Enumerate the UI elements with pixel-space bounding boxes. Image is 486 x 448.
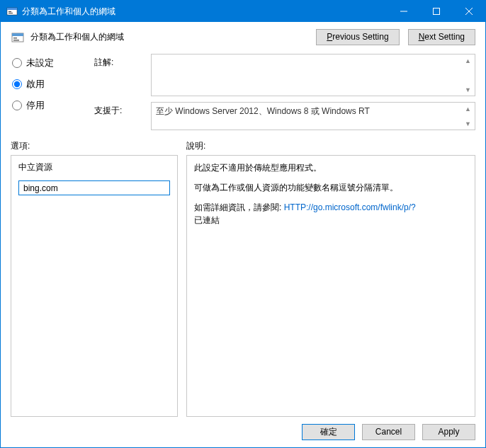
help-text-3-post: 已連結 — [194, 215, 220, 225]
svg-rect-10 — [13, 38, 17, 39]
svg-rect-1 — [7, 8, 17, 10]
svg-rect-5 — [434, 8, 440, 15]
supported-value: 至少 Windows Server 2012、Windows 8 或 Windo… — [156, 106, 370, 116]
window-controls — [388, 1, 485, 22]
mid-labels: 選項: 說明: — [11, 140, 475, 152]
app-icon — [6, 6, 18, 17]
close-button[interactable] — [453, 1, 485, 22]
scroll-down-icon[interactable]: ▼ — [463, 118, 473, 129]
svg-rect-11 — [13, 40, 19, 41]
window-title: 分類為工作和個人的網域 — [22, 6, 388, 18]
maximize-button[interactable] — [420, 1, 453, 22]
comment-label: 註解: — [94, 54, 151, 96]
svg-rect-9 — [12, 33, 23, 36]
help-panel: 此設定不適用於傳統型應用程式。 可做為工作或個人資源的功能變數名稱逗號分隔清單。… — [186, 155, 475, 417]
comment-row: 註解: ▲ ▼ — [94, 54, 475, 96]
help-text-2: 可做為工作或個人資源的功能變數名稱逗號分隔清單。 — [194, 181, 468, 194]
options-section-label: 選項: — [11, 140, 186, 152]
policy-title: 分類為工作和個人的網域 — [30, 31, 316, 43]
svg-rect-2 — [9, 11, 11, 12]
policy-icon — [11, 30, 25, 45]
next-setting-button[interactable]: Next Setting — [408, 29, 475, 45]
scroll-up-icon[interactable]: ▲ — [463, 55, 473, 66]
nav-buttons: Previous Setting Next Setting — [316, 29, 475, 45]
radio-not-configured-input[interactable] — [12, 58, 22, 68]
cancel-button[interactable]: Cancel — [362, 424, 415, 440]
footer-buttons: 確定 Cancel Apply — [1, 417, 485, 447]
help-section-label: 說明: — [186, 140, 205, 152]
help-text-3: 如需詳細資訊，請參閱: HTTP://go.microsoft.com/fwli… — [194, 201, 468, 226]
state-options: 未設定 啟用 停用 — [11, 54, 94, 136]
scroll-down-icon[interactable]: ▼ — [463, 84, 473, 95]
fields-column: 註解: ▲ ▼ 支援于: 至少 Windows Server 2012、Wind… — [94, 54, 475, 136]
radio-enabled-input[interactable] — [12, 79, 22, 89]
radio-enabled[interactable]: 啟用 — [12, 78, 94, 91]
supported-textarea: 至少 Windows Server 2012、Windows 8 或 Windo… — [151, 102, 475, 130]
apply-button[interactable]: Apply — [422, 424, 475, 440]
radio-disabled[interactable]: 停用 — [12, 99, 94, 112]
svg-rect-3 — [9, 13, 13, 13]
settings-row: 未設定 啟用 停用 註解: ▲ ▼ — [11, 54, 475, 136]
scroll-up-icon[interactable]: ▲ — [463, 103, 473, 114]
options-heading: 中立資源 — [18, 161, 170, 173]
comment-textarea[interactable]: ▲ ▼ — [151, 54, 475, 96]
options-panel: 中立資源 — [11, 155, 178, 417]
radio-enabled-label: 啟用 — [26, 78, 45, 91]
neutral-resources-input[interactable] — [18, 180, 170, 195]
supported-row: 支援于: 至少 Windows Server 2012、Windows 8 或 … — [94, 102, 475, 130]
header-row: 分類為工作和個人的網域 Previous Setting Next Settin… — [11, 29, 475, 45]
supported-label: 支援于: — [94, 102, 151, 130]
help-link[interactable]: HTTP://go.microsoft.com/fwlink/p/? — [284, 202, 416, 212]
radio-not-configured[interactable]: 未設定 — [12, 57, 94, 69]
help-text-3-pre: 如需詳細資訊，請參閱: — [194, 202, 284, 212]
radio-disabled-label: 停用 — [26, 99, 45, 112]
radio-disabled-input[interactable] — [12, 100, 22, 110]
help-text-1: 此設定不適用於傳統型應用程式。 — [194, 161, 468, 174]
titlebar[interactable]: 分類為工作和個人的網域 — [1, 1, 485, 22]
previous-setting-button[interactable]: Previous Setting — [316, 29, 399, 45]
dialog-window: 分類為工作和個人的網域 分類為工作和個人的網域 Previous Setting… — [0, 0, 486, 448]
minimize-button[interactable] — [388, 1, 420, 22]
panels-row: 中立資源 此設定不適用於傳統型應用程式。 可做為工作或個人資源的功能變數名稱逗號… — [11, 155, 475, 417]
ok-button[interactable]: 確定 — [302, 424, 355, 440]
radio-not-configured-label: 未設定 — [26, 57, 54, 69]
content-area: 分類為工作和個人的網域 Previous Setting Next Settin… — [1, 22, 485, 417]
